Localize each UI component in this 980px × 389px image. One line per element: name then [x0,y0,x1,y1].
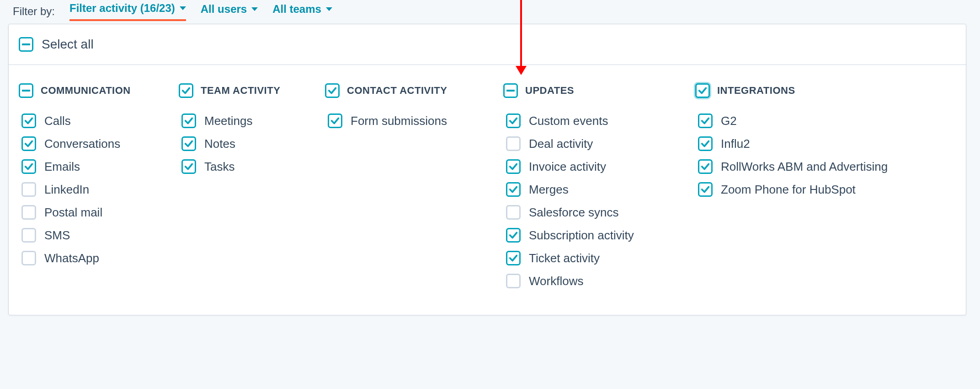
option-checkbox[interactable] [21,159,36,174]
option-checkbox[interactable] [506,182,521,197]
column-title: UPDATES [525,85,574,97]
column-contact-activity: CONTACT ACTIVITY Form submissions [325,83,503,297]
option-checkbox[interactable] [21,182,36,197]
filter-option[interactable]: LinkedIn [19,182,179,197]
filter-panel: Select all COMMUNICATION CallsConversati… [8,24,966,315]
filter-option[interactable]: Invoice activity [503,159,695,174]
filter-activity-dropdown[interactable]: Filter activity (16/23) [69,2,186,21]
option-checkbox[interactable] [21,251,36,265]
filter-users-dropdown[interactable]: All users [201,3,258,20]
filter-option[interactable]: WhatsApp [19,251,179,265]
option-label: RollWorks ABM and Advertising [721,160,888,174]
filter-teams-dropdown[interactable]: All teams [272,3,332,20]
option-label: Form submissions [351,114,447,128]
column-header[interactable]: UPDATES [503,83,695,98]
filter-option[interactable]: Workflows [503,274,695,288]
option-checkbox[interactable] [181,136,196,151]
column-header[interactable]: CONTACT ACTIVITY [325,83,503,98]
column-header[interactable]: TEAM ACTIVITY [179,83,325,98]
select-all-row[interactable]: Select all [9,24,966,65]
filter-option[interactable]: Influ2 [695,136,956,151]
filter-columns: COMMUNICATION CallsConversationsEmailsLi… [9,65,966,315]
filter-option[interactable]: Calls [19,113,179,128]
column-updates: UPDATES Custom eventsDeal activityInvoic… [503,83,695,297]
option-checkbox[interactable] [506,251,521,265]
option-label: Merges [529,183,569,197]
filter-option[interactable]: Deal activity [503,136,695,151]
column-title: TEAM ACTIVITY [201,85,280,97]
option-label: Salesforce syncs [529,205,619,220]
option-checkbox[interactable] [181,113,196,128]
chevron-down-icon [326,7,332,11]
option-checkbox[interactable] [506,205,521,220]
option-label: Postal mail [44,205,102,220]
integrations-group-checkbox[interactable] [695,83,710,98]
column-integrations: INTEGRATIONS G2Influ2RollWorks ABM and A… [695,83,956,297]
option-label: Zoom Phone for HubSpot [721,183,856,197]
option-label: Influ2 [721,137,750,151]
column-title: COMMUNICATION [41,85,131,97]
option-checkbox[interactable] [21,136,36,151]
select-all-checkbox[interactable] [19,37,33,52]
option-label: Deal activity [529,137,593,151]
filter-option[interactable]: Notes [179,136,325,151]
filter-option[interactable]: Emails [19,159,179,174]
communication-group-checkbox[interactable] [19,83,33,98]
option-checkbox[interactable] [506,159,521,174]
option-checkbox[interactable] [698,136,713,151]
option-label: WhatsApp [44,251,99,265]
filter-option[interactable]: Meetings [179,113,325,128]
option-label: Invoice activity [529,160,606,174]
updates-group-checkbox[interactable] [503,83,518,98]
filter-option[interactable]: Form submissions [325,113,503,128]
option-checkbox[interactable] [506,274,521,288]
option-label: Emails [44,160,80,174]
option-checkbox[interactable] [21,113,36,128]
option-checkbox[interactable] [506,136,521,151]
option-checkbox[interactable] [506,228,521,243]
option-label: Tasks [204,160,234,174]
contact-activity-group-checkbox[interactable] [325,83,340,98]
filter-option[interactable]: Subscription activity [503,228,695,243]
filter-option[interactable]: Tasks [179,159,325,174]
filter-option[interactable]: RollWorks ABM and Advertising [695,159,956,174]
option-checkbox[interactable] [181,159,196,174]
option-label: Workflows [529,274,583,288]
option-checkbox[interactable] [698,182,713,197]
column-header[interactable]: COMMUNICATION [19,83,179,98]
option-checkbox[interactable] [21,205,36,220]
option-checkbox[interactable] [328,113,342,128]
filter-option[interactable]: SMS [19,228,179,243]
option-checkbox[interactable] [506,113,521,128]
filter-users-label: All users [201,3,247,16]
option-label: Conversations [44,137,120,151]
filter-option[interactable]: Postal mail [19,205,179,220]
column-title: CONTACT ACTIVITY [347,85,447,97]
chevron-down-icon [180,6,186,10]
option-label: SMS [44,228,70,243]
filter-option[interactable]: Conversations [19,136,179,151]
option-checkbox[interactable] [698,159,713,174]
filter-option[interactable]: Custom events [503,113,695,128]
column-team-activity: TEAM ACTIVITY MeetingsNotesTasks [179,83,325,297]
team-activity-group-checkbox[interactable] [179,83,193,98]
column-communication: COMMUNICATION CallsConversationsEmailsLi… [19,83,179,297]
option-label: Custom events [529,114,608,128]
option-label: Calls [44,114,71,128]
filter-option[interactable]: Salesforce syncs [503,205,695,220]
option-label: Subscription activity [529,228,634,243]
option-label: Notes [204,137,235,151]
option-label: Ticket activity [529,251,600,265]
filter-option[interactable]: Ticket activity [503,251,695,265]
filter-teams-label: All teams [272,3,321,16]
filter-option[interactable]: G2 [695,113,956,128]
column-header[interactable]: INTEGRATIONS [695,83,956,98]
filter-option[interactable]: Merges [503,182,695,197]
option-checkbox[interactable] [698,113,713,128]
chevron-down-icon [251,7,258,11]
filter-option[interactable]: Zoom Phone for HubSpot [695,182,956,197]
option-checkbox[interactable] [21,228,36,243]
filter-by-label: Filter by: [13,5,55,18]
filter-bar: Filter by: Filter activity (16/23) All u… [0,0,980,27]
filter-activity-label: Filter activity (16/23) [69,2,175,15]
